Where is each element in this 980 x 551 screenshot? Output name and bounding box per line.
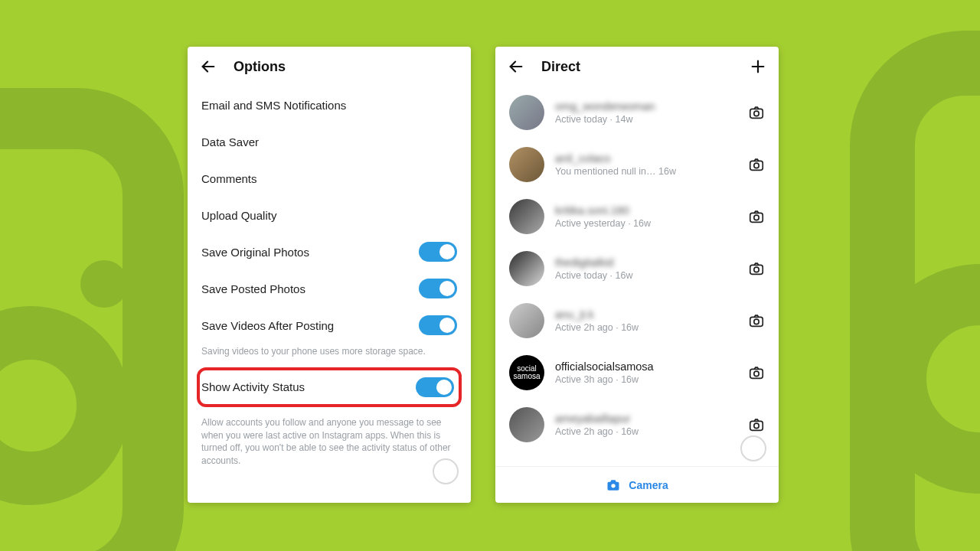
option-upload-quality[interactable]: Upload Quality [201, 197, 457, 233]
chat-list: omg_wonderwoman Active today · 14w anil_… [495, 86, 779, 466]
option-label: Email and SMS Notifications [201, 99, 346, 112]
direct-titlebar: Direct [495, 47, 779, 86]
svg-point-18 [612, 484, 616, 487]
chat-row[interactable]: socialsamosa officialsocialsamosa Active… [495, 347, 779, 399]
svg-rect-4 [750, 109, 763, 118]
direct-screen: Direct omg_wonderwoman Active today · 14… [495, 47, 779, 503]
camera-footer-button[interactable]: Camera [495, 466, 779, 503]
page-title: Options [234, 59, 286, 75]
camera-icon[interactable] [748, 208, 765, 225]
svg-point-15 [754, 371, 759, 376]
svg-point-17 [754, 423, 759, 428]
option-label: Save Posted Photos [201, 282, 305, 295]
bg-shape [80, 260, 128, 308]
camera-filled-icon [606, 478, 621, 493]
chat-row[interactable]: anil_colaco You mentioned null in… 16w [495, 139, 779, 191]
chat-row[interactable]: ameyabaillapur Active 2h ago · 16w [495, 399, 779, 451]
options-titlebar: Options [188, 47, 471, 86]
svg-rect-6 [750, 161, 763, 170]
option-data-saver[interactable]: Data Saver [201, 123, 457, 160]
chat-username: thedigitalkid [555, 256, 737, 269]
svg-rect-12 [750, 317, 763, 326]
avatar [509, 147, 544, 182]
camera-icon[interactable] [748, 156, 765, 173]
chat-username: omg_wonderwoman [555, 100, 737, 112]
camera-footer-label: Camera [629, 479, 668, 491]
back-arrow-icon[interactable] [508, 58, 524, 75]
page-title: Direct [541, 59, 580, 75]
chat-status: You mentioned null in… 16w [555, 166, 737, 177]
floating-loader-icon [433, 458, 459, 484]
floating-loader-icon [740, 435, 766, 461]
avatar [509, 407, 544, 442]
option-save-videos: Save Videos After Posting [201, 307, 457, 344]
option-comments[interactable]: Comments [201, 160, 457, 197]
chat-username: kritika.soni.180 [555, 204, 737, 217]
chat-username: anil_colaco [555, 152, 737, 165]
camera-icon[interactable] [748, 260, 765, 277]
chat-row[interactable]: anu_jt.k Active 2h ago · 16w [495, 295, 779, 347]
chat-username: ameyabaillapur [555, 412, 737, 425]
option-label: Data Saver [201, 135, 259, 148]
option-label: Show Activity Status [201, 380, 305, 393]
avatar [509, 251, 544, 286]
option-label: Save Original Photos [201, 246, 309, 259]
svg-point-7 [754, 163, 759, 168]
avatar [509, 303, 544, 338]
svg-point-9 [754, 215, 759, 220]
chat-row[interactable]: thedigitalkid Active today · 16w [495, 243, 779, 295]
svg-rect-16 [750, 421, 763, 430]
toggle-save-posted-photos[interactable] [419, 279, 457, 298]
options-screen: Options Email and SMS Notifications Data… [188, 47, 471, 503]
svg-rect-14 [750, 369, 763, 378]
option-email-sms[interactable]: Email and SMS Notifications [201, 86, 457, 123]
chat-status: Active yesterday · 16w [555, 218, 737, 229]
save-videos-helper: Saving videos to your phone uses more st… [201, 344, 457, 364]
svg-rect-10 [750, 265, 763, 274]
camera-icon[interactable] [748, 416, 765, 433]
options-list: Email and SMS Notifications Data Saver C… [188, 86, 471, 474]
camera-icon[interactable] [748, 364, 765, 381]
option-label: Upload Quality [201, 209, 276, 222]
option-save-posted-photos: Save Posted Photos [201, 270, 457, 307]
option-label: Comments [201, 172, 257, 185]
option-label: Save Videos After Posting [201, 319, 334, 332]
camera-icon[interactable] [748, 104, 765, 121]
chat-status: Active 2h ago · 16w [555, 426, 737, 437]
chat-row[interactable]: kritika.soni.180 Active yesterday · 16w [495, 191, 779, 243]
toggle-save-videos[interactable] [419, 315, 457, 335]
toggle-activity-status[interactable] [416, 377, 454, 397]
chat-username: officialsocialsamosa [555, 360, 737, 373]
chat-username: anu_jt.k [555, 308, 737, 321]
chat-status: Active 2h ago · 16w [555, 322, 737, 333]
svg-point-11 [754, 267, 759, 272]
activity-status-helper: Allow accounts you follow and anyone you… [201, 410, 457, 474]
chat-row[interactable]: omg_wonderwoman Active today · 14w [495, 86, 779, 139]
back-arrow-icon[interactable] [200, 58, 217, 75]
chat-status: Active 3h ago · 16w [555, 374, 737, 385]
chat-status: Active today · 14w [555, 114, 737, 125]
svg-rect-8 [750, 213, 763, 222]
camera-icon[interactable] [748, 312, 765, 329]
svg-point-5 [754, 111, 759, 116]
toggle-save-original-photos[interactable] [419, 242, 457, 262]
avatar [509, 95, 544, 130]
svg-point-13 [754, 319, 759, 324]
chat-status: Active today · 16w [555, 270, 737, 281]
option-activity-status: Show Activity Status [201, 372, 454, 403]
avatar [509, 199, 544, 234]
activity-status-highlight: Show Activity Status [197, 367, 462, 407]
avatar: socialsamosa [509, 355, 544, 390]
option-save-original-photos: Save Original Photos [201, 233, 457, 270]
new-message-icon[interactable] [750, 58, 766, 75]
